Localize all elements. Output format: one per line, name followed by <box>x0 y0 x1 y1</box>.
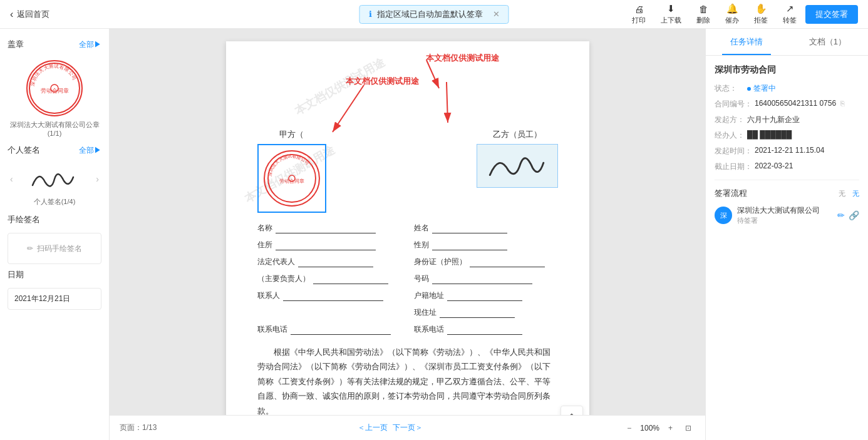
page-info: 页面：1/13 <box>120 422 157 433</box>
remind-icon: 🔔 <box>726 3 738 14</box>
transfer-button[interactable]: ↗ 转签 <box>777 1 803 28</box>
field-gender-label: 性别 <box>414 240 429 249</box>
seal-stamp: 深圳法大大测试有限公司 劳动合同章 <box>26 60 83 116</box>
zoom-in-btn[interactable]: + <box>664 422 676 434</box>
contract-num-value: 164005650421311 0756 ⎘ <box>755 99 859 108</box>
delete-icon: 🗑 <box>699 4 708 14</box>
form-row-4: （主要负责人） 号码 <box>257 274 558 284</box>
right-panel: 任务详情 文档（1） 深圳市劳动合同 状态： 签署中 合同编号： 1640056… <box>705 29 868 440</box>
up-icon: ⬆ <box>568 412 576 415</box>
fit-btn[interactable]: ⊡ <box>681 422 695 434</box>
seal-all-link[interactable]: 全部▶ <box>79 39 101 50</box>
submit-button[interactable]: 提交签署 <box>805 5 858 24</box>
info-row-send-time: 发起时间： 2021-12-21 11.15.04 <box>715 146 859 156</box>
personal-sign-area: ‹ › 个人签名(1/4) <box>0 161 109 212</box>
tab-task[interactable]: 任务详情 <box>706 29 787 55</box>
field-id-num: 号码 <box>414 274 558 284</box>
field-tel-right-label: 联系电话 <box>414 325 444 334</box>
back-label: 返回首页 <box>17 9 49 20</box>
party-a-box: 甲方（ 深圳法大大测试有限公司 劳动合同章 <box>257 129 326 213</box>
flow-company: 深圳法大大测试有限公司 <box>737 205 820 216</box>
next-page-btn[interactable]: 下一页＞ <box>393 422 423 433</box>
reject-button[interactable]: ✋ 拒签 <box>748 1 774 28</box>
handwrite-area: ✏ 扫码手绘签名 <box>0 230 109 267</box>
zoom-out-btn[interactable]: − <box>623 422 635 434</box>
field-name: 名称 <box>257 223 401 233</box>
form-row-2: 住所 性别 <box>257 240 558 250</box>
delete-button[interactable]: 🗑 删除 <box>690 1 716 28</box>
prev-page-btn[interactable]: ＜上一页 <box>358 422 388 433</box>
next-sign-arrow[interactable]: › <box>93 174 101 184</box>
flow-status: 待签署 <box>737 216 820 225</box>
party-b-box: 乙方（员工） <box>477 129 558 213</box>
svg-line-5 <box>333 85 364 132</box>
field-hukou-line <box>447 292 522 301</box>
date-title: 日期 <box>8 269 24 280</box>
seal-caption: 深圳法大大测试有限公司公章(1/1) <box>8 120 101 137</box>
back-button[interactable]: ‹ 返回首页 <box>10 9 49 20</box>
download-button[interactable]: ⬇ 上下载 <box>654 1 688 28</box>
personal-sign-all[interactable]: 全部▶ <box>79 145 101 156</box>
field-address-label: 住所 <box>257 240 272 249</box>
sender-value: 六月十九新企业 <box>747 115 859 125</box>
field-contact-label: 联系人 <box>257 291 280 300</box>
handwrite-button[interactable]: ✏ 扫码手绘签名 <box>8 233 101 264</box>
seal-item[interactable]: 深圳法大大测试有限公司 劳动合同章 深圳法大大测试有限公司公章(1/1) <box>0 55 109 142</box>
contract-title: 深圳市劳动合同 <box>715 64 859 76</box>
doc-float-btns: ⬆ ⊕ <box>561 406 583 415</box>
transfer-icon: ↗ <box>786 3 794 14</box>
copy-icon[interactable]: ⎘ <box>840 100 845 107</box>
field-id: 身份证（护照） <box>414 257 558 267</box>
prev-sign-arrow[interactable]: ‹ <box>8 174 16 184</box>
field-hukou: 户籍地址 <box>414 290 558 301</box>
watermark-1: 本文档仅供测试用途 <box>291 54 386 118</box>
print-button[interactable]: 🖨 打印 <box>626 1 652 28</box>
field-main-person-line <box>313 275 388 284</box>
stamp-in-box: 深圳法大大测试有限公司 劳动合同章 <box>264 150 320 207</box>
field-name-label: 名称 <box>257 223 272 232</box>
personal-sign-title: 个人签名 <box>8 145 40 156</box>
party-a-label: 甲方（ <box>279 129 304 140</box>
date-value: 2021年12月21日 <box>14 294 70 303</box>
scroll-up-btn[interactable]: ⬆ <box>561 406 583 415</box>
operator-label: 经办人： <box>715 130 745 141</box>
flow-actions: ✏ 🔗 <box>837 210 859 220</box>
form-section: 名称 姓名 住所 性别 <box>257 223 558 335</box>
annotation-1: 本文档仅供测试用途 <box>426 53 499 64</box>
close-icon[interactable]: ✕ <box>493 9 500 19</box>
doc-scroll[interactable]: 本文档仅供测试用途 本文档仅供测试用途 本文档仅供测试用途 本文档仅供测试用途 <box>110 29 705 415</box>
sig-box[interactable] <box>477 144 558 188</box>
reject-icon: ✋ <box>755 3 767 14</box>
field-legal-rep: 法定代表人 <box>257 257 401 267</box>
flow-info: 深圳法大大测试有限公司 待签署 <box>737 205 820 225</box>
info-row-contract-num: 合同编号： 164005650421311 0756 ⎘ <box>715 99 859 110</box>
date-header: 日期 <box>0 267 109 285</box>
zoom-value: 100% <box>640 424 659 432</box>
form-row-6: 现住址 <box>257 307 558 318</box>
stamp-box[interactable]: 深圳法大大测试有限公司 劳动合同章 <box>257 144 326 213</box>
sign-image[interactable] <box>20 163 89 195</box>
flow-title-text: 签署流程 <box>715 188 747 199</box>
flow-edit-icon[interactable]: ✏ <box>837 210 845 220</box>
flow-link-icon[interactable]: 🔗 <box>849 210 859 220</box>
remind-button[interactable]: 🔔 催办 <box>719 1 745 28</box>
field-current-addr-label: 现住址 <box>414 308 437 317</box>
field-main-person-label: （主要负责人） <box>257 274 310 283</box>
field-gender: 性别 <box>414 240 558 250</box>
handwrite-title: 手绘签名 <box>8 214 40 225</box>
tab-doc[interactable]: 文档（1） <box>787 29 869 55</box>
pen-icon: ✏ <box>27 244 33 253</box>
doc-page: 本文档仅供测试用途 本文档仅供测试用途 本文档仅供测试用途 本文档仅供测试用途 <box>226 41 589 415</box>
toolbar: ‹ 返回首页 ℹ 指定区域已自动加盖默认签章 ✕ 🖨 打印 ⬇ 上下载 🗑 删除… <box>0 0 868 29</box>
form-row-1: 名称 姓名 <box>257 223 558 233</box>
date-box[interactable]: 2021年12月21日 <box>8 288 101 310</box>
flow-item: 深 深圳法大大测试有限公司 待签署 ✏ 🔗 <box>715 205 859 225</box>
svg-line-7 <box>447 82 448 123</box>
field-main-person: （主要负责人） <box>257 274 401 284</box>
send-time-label: 发起时间： <box>715 146 752 156</box>
field-contact: 联系人 <box>257 290 401 301</box>
flow-add-link[interactable]: 无 <box>852 190 859 197</box>
zoom-controls: − 100% + ⊡ <box>623 422 695 434</box>
field-hukou-label: 户籍地址 <box>414 291 444 300</box>
annotation-2: 本文档仅供测试用途 <box>346 76 419 87</box>
